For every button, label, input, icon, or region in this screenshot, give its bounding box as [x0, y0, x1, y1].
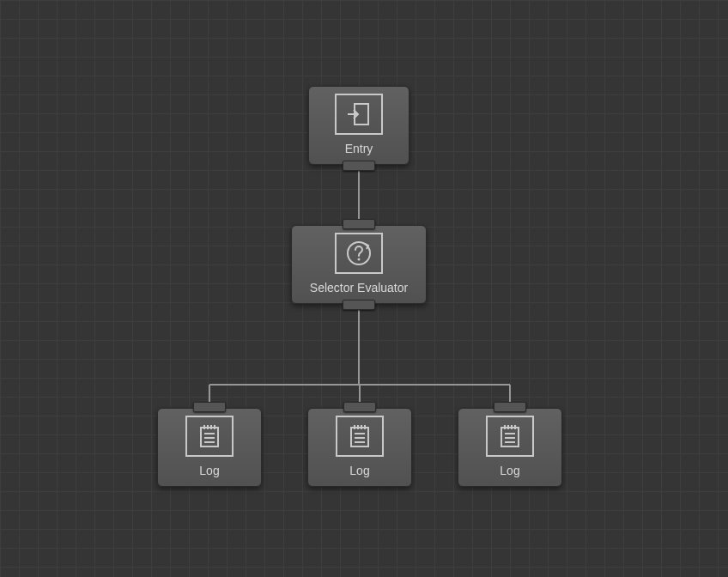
svg-point-8	[358, 258, 361, 261]
port-in[interactable]	[193, 402, 226, 412]
behavior-tree-canvas[interactable]: Entry Selector Evaluator	[0, 0, 728, 577]
node-entry[interactable]: Entry	[308, 86, 410, 165]
port-in[interactable]	[494, 402, 526, 412]
entry-icon	[335, 94, 383, 135]
node-entry-label: Entry	[345, 142, 373, 155]
log-icon	[185, 416, 234, 457]
node-log-b-label: Log	[349, 464, 369, 477]
port-out[interactable]	[343, 161, 375, 171]
port-in[interactable]	[343, 219, 375, 229]
node-selector-evaluator[interactable]: Selector Evaluator	[291, 225, 427, 304]
port-out[interactable]	[343, 300, 375, 310]
node-selector-label: Selector Evaluator	[310, 281, 408, 295]
selector-evaluator-icon	[335, 233, 383, 274]
node-log-c-label: Log	[500, 464, 519, 477]
port-in[interactable]	[343, 402, 376, 412]
node-log-c[interactable]: Log	[458, 408, 562, 487]
log-icon	[486, 416, 534, 457]
node-log-a[interactable]: Log	[157, 408, 262, 487]
node-log-b[interactable]: Log	[307, 408, 412, 487]
node-log-a-label: Log	[199, 464, 219, 477]
log-icon	[336, 416, 384, 457]
